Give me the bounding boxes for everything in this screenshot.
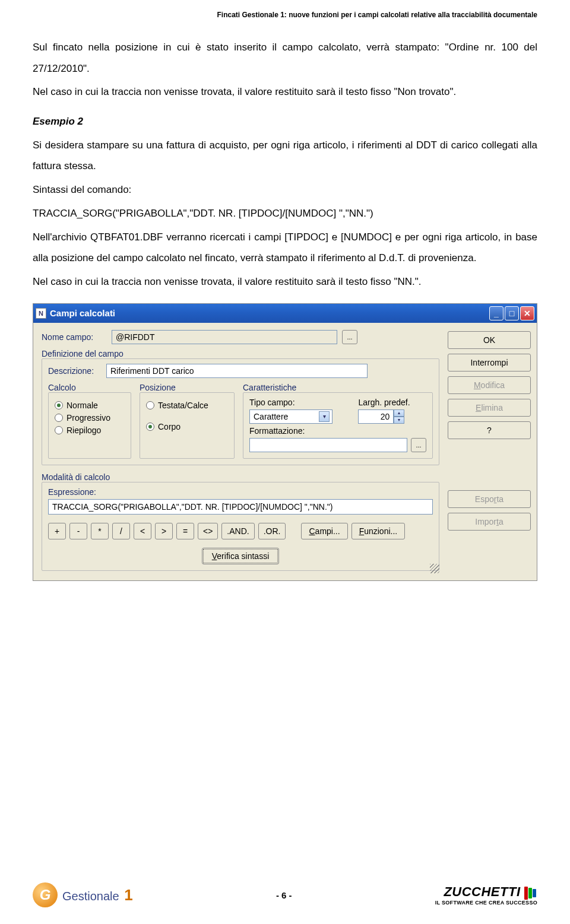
op-gt-button[interactable]: > (155, 523, 173, 539)
resize-grip-icon[interactable] (430, 564, 439, 573)
op-eq-button[interactable]: = (176, 523, 194, 539)
page-header: Fincati Gestionale 1: nuove funzioni per… (0, 0, 570, 19)
formattazione-input[interactable] (249, 438, 407, 452)
paragraph: Nell'archivio QTBFAT01.DBF verranno rice… (33, 227, 537, 269)
definizione-title: Definizione del campo (42, 348, 439, 360)
largh-spinner[interactable]: ▴ ▾ (358, 409, 426, 424)
espressione-label: Espressione: (48, 487, 433, 497)
op-div-button[interactable]: / (112, 523, 130, 539)
ok-button[interactable]: OK (448, 331, 531, 349)
paragraph: Nel caso in cui la traccia non venisse t… (33, 81, 537, 103)
code-line: TRACCIA_SORG("PRIGABOLLA","DDT. NR. [TIP… (33, 203, 537, 224)
op-neq-button[interactable]: <> (198, 523, 218, 539)
paragraph: Si desidera stampare su una fattura di a… (33, 135, 537, 177)
minimize-button[interactable]: _ (489, 306, 504, 320)
example-heading: Esempio 2 (33, 111, 537, 132)
document-body: Sul fincato nella posizione in cui è sta… (0, 19, 570, 293)
modifica-button[interactable]: Modifica (448, 376, 531, 394)
campi-button[interactable]: Campi... (301, 523, 347, 539)
spin-up-icon[interactable]: ▴ (394, 409, 404, 417)
dialog-window: N Campi calcolati _ □ ✕ Nome campo: ... … (33, 303, 537, 581)
esporta-button[interactable]: Esporta (448, 490, 531, 508)
titlebar[interactable]: N Campi calcolati _ □ ✕ (33, 304, 537, 323)
elimina-button[interactable]: Elimina (448, 399, 531, 417)
op-minus-button[interactable]: - (69, 523, 87, 539)
radio-corpo[interactable]: Corpo (146, 422, 228, 431)
interrompi-button[interactable]: Interrompi (448, 354, 531, 371)
espressione-input[interactable] (48, 499, 433, 515)
posizione-title: Posizione (140, 382, 235, 393)
tipo-campo-select[interactable]: Carattere ▾ (249, 409, 332, 424)
browse-button[interactable]: ... (342, 330, 357, 344)
tipo-campo-label: Tipo campo: (249, 398, 349, 407)
radio-normale[interactable]: Normale (55, 401, 125, 410)
radio-testata[interactable]: Testata/Calce (146, 401, 228, 410)
caratteristiche-title: Caratteristiche (243, 382, 433, 393)
largh-input[interactable] (358, 409, 394, 424)
chevron-down-icon: ▾ (319, 411, 330, 422)
calcolo-title: Calcolo (48, 382, 131, 393)
paragraph: Nel caso in cui la traccia non venisse t… (33, 271, 537, 293)
op-mul-button[interactable]: * (91, 523, 109, 539)
page-footer: G Gestionale 1 - 6 - ZUCCHETTI IL SOFTWA… (0, 882, 570, 907)
importa-button[interactable]: Importa (448, 513, 531, 531)
radio-progressivo[interactable]: Progressivo (55, 413, 125, 423)
nome-campo-label: Nome campo: (42, 332, 107, 342)
zucchetti-logo: ZUCCHETTI IL SOFTWARE CHE CREA SUCCESSO (435, 884, 537, 906)
funzioni-button[interactable]: Funzioni... (352, 523, 406, 539)
g-badge-icon: G (33, 882, 58, 907)
modalita-title: Modalità di calcolo (42, 471, 439, 483)
window-title: Campi calcolati (50, 308, 489, 318)
verifica-sintassi-button[interactable]: Verifica sintassi (202, 548, 280, 564)
op-lt-button[interactable]: < (134, 523, 151, 539)
largh-label: Largh. predef. (358, 398, 426, 407)
maximize-button[interactable]: □ (505, 306, 519, 320)
page-number: - 6 - (276, 890, 292, 900)
descrizione-label: Descrizione: (48, 366, 102, 376)
op-or-button[interactable]: .OR. (258, 523, 286, 539)
help-button[interactable]: ? (448, 421, 531, 439)
zucchetti-stripe-icon (524, 887, 537, 900)
app-icon: N (36, 308, 46, 319)
paragraph: Sintassi del comando: (33, 179, 537, 201)
formattazione-label: Formattazione: (249, 426, 426, 436)
close-button[interactable]: ✕ (520, 306, 534, 320)
nome-campo-input[interactable] (112, 330, 337, 344)
spin-down-icon[interactable]: ▾ (394, 417, 404, 424)
radio-riepilogo[interactable]: Riepilogo (55, 426, 125, 435)
op-and-button[interactable]: .AND. (221, 523, 254, 539)
formattazione-browse-button[interactable]: ... (411, 438, 426, 452)
op-plus-button[interactable]: + (48, 523, 66, 539)
paragraph: Sul fincato nella posizione in cui è sta… (33, 37, 537, 79)
gestionale-logo: G Gestionale 1 (33, 882, 133, 907)
descrizione-input[interactable] (106, 364, 368, 378)
